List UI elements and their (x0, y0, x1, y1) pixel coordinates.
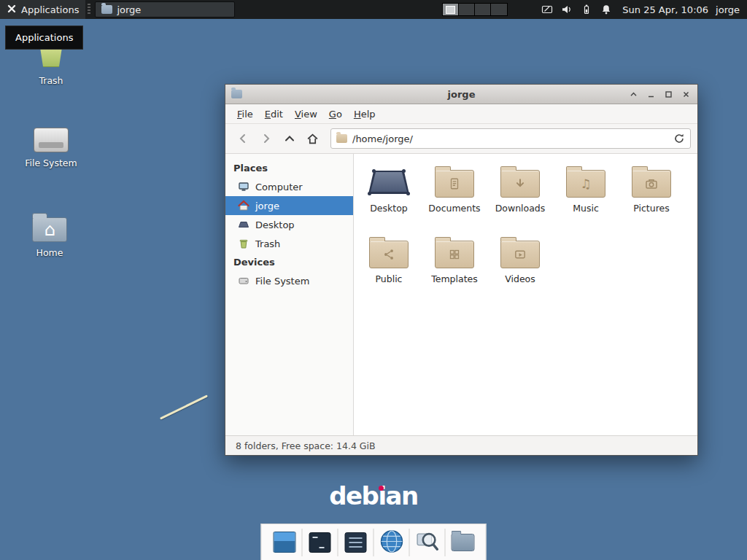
file-label: Desktop (370, 203, 408, 214)
dock-appfinder-launcher[interactable] (411, 527, 444, 558)
applications-menu-label: Applications (21, 4, 79, 15)
sidebar-item-jorge[interactable]: jorge (225, 196, 353, 215)
file-label: Videos (505, 273, 535, 284)
dock-terminal-launcher[interactable] (304, 527, 336, 558)
dock-separator (409, 529, 410, 556)
desktop-icon-filesystem[interactable]: File System (18, 124, 84, 168)
minimize-button[interactable] (646, 89, 657, 100)
desktop-icon-label: File System (25, 158, 77, 168)
volume-icon[interactable] (561, 4, 573, 15)
workspace-4[interactable] (491, 4, 507, 15)
top-panel: Applications jorge Sun 25 Apr, 10:06 jor… (0, 0, 747, 19)
reload-button[interactable] (673, 133, 685, 144)
templates-emblem-icon (449, 249, 461, 261)
debian-logo-text: debian (329, 481, 418, 510)
sidebar-item-desktop[interactable]: Desktop (225, 215, 353, 234)
menu-go[interactable]: Go (323, 106, 348, 122)
dock-separator (338, 529, 338, 556)
tablet-icon[interactable] (541, 4, 553, 15)
desktop-icon-label: Home (36, 247, 63, 258)
sidebar-item-filesystem[interactable]: File System (225, 271, 353, 290)
shade-button[interactable] (628, 89, 639, 100)
titlebar[interactable]: jorge (225, 85, 697, 104)
debian-logo-dot (379, 486, 384, 491)
file-item-pictures[interactable]: Pictures (619, 164, 684, 235)
taskbar-item-label: jorge (117, 4, 141, 15)
close-button[interactable] (681, 89, 692, 100)
share-emblem-icon (382, 248, 395, 261)
menubar: File Edit View Go Help (225, 104, 697, 124)
clock[interactable]: Sun 25 Apr, 10:06 (622, 4, 708, 15)
workspace-1[interactable] (443, 4, 459, 15)
file-item-videos[interactable]: Videos (487, 235, 553, 306)
music-folder-icon (566, 170, 605, 198)
mouse-cursor (160, 394, 208, 419)
applications-menu-button[interactable]: Applications (0, 0, 85, 19)
pathbar (330, 128, 691, 149)
panel-handle[interactable] (88, 4, 90, 15)
bell-icon[interactable] (600, 4, 612, 15)
file-item-downloads[interactable]: Downloads (487, 164, 553, 235)
file-manager-window: jorge File Edit View Go Help (225, 84, 698, 456)
sidebar-item-label: Desktop (255, 219, 295, 230)
sidebar-item-trash[interactable]: Trash (225, 234, 353, 253)
dock-filemanager-launcher[interactable] (447, 527, 479, 558)
file-item-public[interactable]: Public (356, 235, 422, 306)
sidebar-item-label: jorge (255, 201, 279, 211)
workspace-switcher[interactable] (442, 3, 508, 16)
taskbar-item[interactable]: jorge (95, 1, 235, 18)
dock-separator (445, 529, 446, 556)
drive-icon (34, 128, 69, 152)
dock-separator (302, 529, 303, 556)
file-item-templates[interactable]: Templates (422, 235, 487, 306)
dock (261, 524, 487, 560)
battery-icon[interactable] (581, 4, 592, 15)
maximize-button[interactable] (663, 89, 674, 100)
videos-folder-icon (500, 241, 540, 268)
applications-tooltip: Applications (5, 26, 83, 50)
window-title: jorge (225, 89, 697, 100)
file-item-desktop[interactable]: Desktop (356, 164, 422, 235)
back-button[interactable] (232, 128, 253, 149)
menu-edit[interactable]: Edit (259, 106, 289, 122)
settings-icon (345, 532, 367, 553)
magnifier-icon (415, 529, 439, 556)
menu-file[interactable]: File (231, 106, 259, 122)
desktop-icon-label: Trash (39, 75, 63, 86)
toolbar (225, 124, 697, 154)
current-folder-icon (336, 134, 347, 143)
sidebar-item-label: File System (255, 276, 309, 287)
forward-button[interactable] (255, 128, 276, 149)
file-item-documents[interactable]: Documents (422, 164, 487, 235)
pictures-folder-icon (632, 170, 671, 198)
file-label: Documents (428, 203, 480, 214)
trash-icon (238, 238, 249, 249)
statusbar: 8 folders, Free space: 14.4 GiB (225, 435, 697, 455)
dock-browser-launcher[interactable] (376, 527, 408, 558)
public-folder-icon (369, 241, 409, 268)
terminal-icon (309, 532, 331, 553)
home-button[interactable] (302, 128, 323, 149)
path-input[interactable] (352, 133, 668, 144)
workspace-3[interactable] (475, 4, 491, 15)
menu-view[interactable]: View (289, 106, 323, 122)
file-label: Downloads (495, 203, 546, 214)
desktop-icon-home[interactable]: Home (17, 211, 82, 258)
dock-desktop-launcher[interactable] (268, 527, 301, 558)
workspace-2[interactable] (459, 4, 475, 15)
computer-icon (238, 181, 249, 192)
file-item-music[interactable]: Music (553, 164, 619, 235)
user-menu[interactable]: jorge (716, 4, 740, 15)
music-emblem-icon (580, 178, 591, 190)
camera-emblem-icon (644, 176, 659, 191)
file-grid: Desktop Documents Downloads (354, 154, 697, 435)
file-label: Pictures (633, 203, 670, 214)
sidebar-item-label: Trash (255, 238, 280, 249)
globe-icon (379, 529, 403, 556)
menu-help[interactable]: Help (348, 106, 382, 122)
dock-separator (374, 529, 374, 556)
sidebar-item-computer[interactable]: Computer (225, 177, 353, 196)
dock-settings-launcher[interactable] (340, 527, 372, 558)
templates-folder-icon (435, 241, 474, 268)
up-button[interactable] (279, 128, 300, 149)
